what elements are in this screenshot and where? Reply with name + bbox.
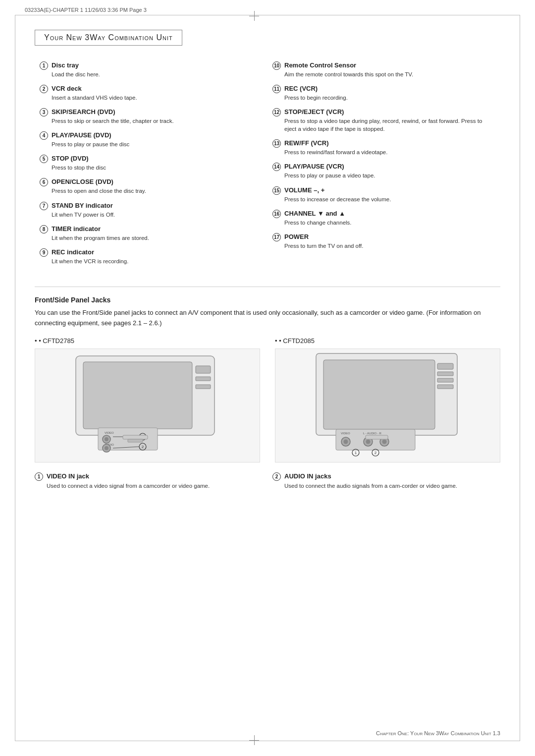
feature-desc: Press to stop the disc bbox=[52, 164, 263, 172]
feature-item: 4 PLAY/PAUSE (DVD) Press to play or paus… bbox=[40, 131, 263, 148]
page-title: Your New 3Way Combination Unit bbox=[35, 30, 182, 46]
jack-item-title: 1 VIDEO IN jack bbox=[35, 472, 263, 481]
feature-item: 16 CHANNEL ▼ and ▲ Press to change chann… bbox=[272, 210, 495, 227]
feature-num: 5 bbox=[40, 155, 48, 163]
feature-name: REC indicator bbox=[52, 248, 94, 256]
svg-point-34 bbox=[382, 440, 386, 444]
feature-name: TIMER indicator bbox=[52, 225, 101, 233]
svg-rect-24 bbox=[437, 378, 453, 382]
feature-title: 3 SKIP/SEARCH (DVD) bbox=[40, 108, 263, 116]
feature-item: 9 REC indicator Lit when the VCR is reco… bbox=[40, 248, 263, 265]
feature-item: 17 POWER Press to turn the TV on and off… bbox=[272, 233, 495, 250]
feature-num: 7 bbox=[40, 202, 48, 210]
feature-title: 14 PLAY/PAUSE (VCR) bbox=[272, 163, 495, 171]
feature-num: 15 bbox=[272, 186, 281, 195]
feature-name: CHANNEL ▼ and ▲ bbox=[284, 210, 345, 217]
svg-rect-21 bbox=[323, 360, 435, 429]
svg-text:1: 1 bbox=[354, 451, 357, 455]
feature-item: 15 VOLUME –, + Press to increase or decr… bbox=[272, 186, 495, 203]
feature-name: SKIP/SEARCH (DVD) bbox=[52, 108, 115, 116]
feature-title: 1 Disc tray bbox=[40, 61, 263, 70]
page-footer: Chapter One: Your New 3Way Combination U… bbox=[376, 730, 500, 736]
feature-num: 14 bbox=[272, 163, 281, 171]
front-panel-desc: You can use the Front/Side panel jacks t… bbox=[35, 308, 500, 329]
svg-rect-18 bbox=[123, 435, 148, 439]
jack-item-title: 2 AUDIO IN jacks bbox=[272, 472, 500, 481]
feature-num: 3 bbox=[40, 108, 48, 116]
feature-desc: Press to stop a video tape during play, … bbox=[284, 117, 495, 133]
feature-item: 7 STAND BY indicator Lit when TV power i… bbox=[40, 202, 263, 219]
svg-rect-2 bbox=[196, 366, 211, 373]
feature-title: 13 REW/FF (VCR) bbox=[272, 139, 495, 148]
device-image-2: VIDEO L - AUDIO - R 1 2 bbox=[275, 349, 500, 463]
feature-title: 9 REC indicator bbox=[40, 248, 263, 257]
feature-num: 8 bbox=[40, 225, 48, 233]
feature-desc: Press to play or pause the disc bbox=[52, 140, 263, 148]
feature-title: 10 Remote Control Sensor bbox=[272, 61, 495, 70]
svg-point-30 bbox=[343, 440, 348, 444]
jack-num: 2 bbox=[272, 472, 281, 481]
devices-row: • CFTD2785 VIDEO bbox=[35, 337, 500, 463]
right-features-col: 10 Remote Control Sensor Aim the remote … bbox=[268, 61, 500, 272]
jack-num: 1 bbox=[35, 472, 43, 481]
feature-num: 12 bbox=[272, 108, 281, 116]
feature-name: Remote Control Sensor bbox=[284, 61, 356, 69]
device-label-1: • CFTD2785 bbox=[35, 337, 260, 345]
feature-desc: Press to begin recording. bbox=[284, 94, 495, 102]
jack-items: 1 VIDEO IN jack Used to connect a video … bbox=[35, 472, 500, 490]
feature-num: 13 bbox=[272, 139, 281, 148]
svg-rect-4 bbox=[196, 385, 211, 389]
feature-item: 2 VCR deck Insert a standard VHS video t… bbox=[40, 85, 263, 102]
feature-num: 1 bbox=[40, 61, 48, 70]
feature-name: REC (VCR) bbox=[284, 85, 318, 92]
feature-name: STOP/EJECT (VCR) bbox=[284, 108, 344, 116]
header-meta: 03233A(E)-CHAPTER 1 11/26/03 3:36 PM Pag… bbox=[25, 7, 147, 13]
svg-rect-22 bbox=[437, 363, 453, 369]
jack-name: VIDEO IN jack bbox=[47, 472, 89, 480]
feature-title: 4 PLAY/PAUSE (DVD) bbox=[40, 131, 263, 140]
feature-desc: Press to rewind/fast forward a videotape… bbox=[284, 148, 495, 156]
feature-title: 6 OPEN/CLOSE (DVD) bbox=[40, 178, 263, 186]
feature-title: 15 VOLUME –, + bbox=[272, 186, 495, 195]
feature-num: 10 bbox=[272, 61, 281, 70]
feature-name: REW/FF (VCR) bbox=[284, 139, 329, 147]
feature-name: POWER bbox=[284, 233, 309, 240]
feature-title: 8 TIMER indicator bbox=[40, 225, 263, 233]
feature-name: STAND BY indicator bbox=[52, 202, 113, 209]
feature-desc: Lit when TV power is Off. bbox=[52, 211, 263, 219]
feature-desc: Load the disc here. bbox=[52, 70, 263, 78]
feature-title: 12 STOP/EJECT (VCR) bbox=[272, 108, 495, 116]
device-image-1: VIDEO AUDIO 1 2 bbox=[35, 349, 260, 463]
feature-desc: Lit when the program times are stored. bbox=[52, 234, 263, 242]
svg-text:VIDEO: VIDEO bbox=[341, 432, 350, 435]
feature-item: 14 PLAY/PAUSE (VCR) Press to play or pau… bbox=[272, 163, 495, 179]
device-col-2: • CFTD2085 V bbox=[275, 337, 500, 463]
feature-num: 6 bbox=[40, 178, 48, 186]
page-content: Your New 3Way Combination Unit 1 Disc tr… bbox=[0, 0, 535, 520]
feature-item: 1 Disc tray Load the disc here. bbox=[40, 61, 263, 78]
feature-title: 11 REC (VCR) bbox=[272, 85, 495, 93]
feature-num: 17 bbox=[272, 233, 281, 241]
feature-name: PLAY/PAUSE (VCR) bbox=[284, 163, 344, 170]
svg-point-8 bbox=[105, 437, 108, 441]
feature-name: VOLUME –, + bbox=[284, 186, 324, 194]
feature-item: 6 OPEN/CLOSE (DVD) Press to open and clo… bbox=[40, 178, 263, 195]
device-label-2: • CFTD2085 bbox=[275, 337, 500, 345]
feature-num: 9 bbox=[40, 248, 48, 257]
svg-rect-1 bbox=[83, 362, 192, 429]
top-crosshair bbox=[249, 11, 259, 21]
feature-title: 17 POWER bbox=[272, 233, 495, 241]
svg-rect-19 bbox=[128, 439, 143, 442]
feature-desc: Press to turn the TV on and off. bbox=[284, 242, 495, 250]
feature-desc: Lit when the VCR is recording. bbox=[52, 257, 263, 265]
jack-item: 2 AUDIO IN jacks Used to connect the aud… bbox=[272, 472, 500, 490]
feature-desc: Press to open and close the disc tray. bbox=[52, 187, 263, 195]
front-panel-title: Front/Side Panel Jacks bbox=[35, 296, 500, 304]
feature-item: 13 REW/FF (VCR) Press to rewind/fast for… bbox=[272, 139, 495, 156]
svg-rect-25 bbox=[437, 385, 453, 389]
feature-item: 5 STOP (DVD) Press to stop the disc bbox=[40, 155, 263, 172]
feature-title: 16 CHANNEL ▼ and ▲ bbox=[272, 210, 495, 218]
feature-num: 4 bbox=[40, 131, 48, 140]
svg-rect-3 bbox=[196, 377, 211, 381]
feature-item: 10 Remote Control Sensor Aim the remote … bbox=[272, 61, 495, 78]
